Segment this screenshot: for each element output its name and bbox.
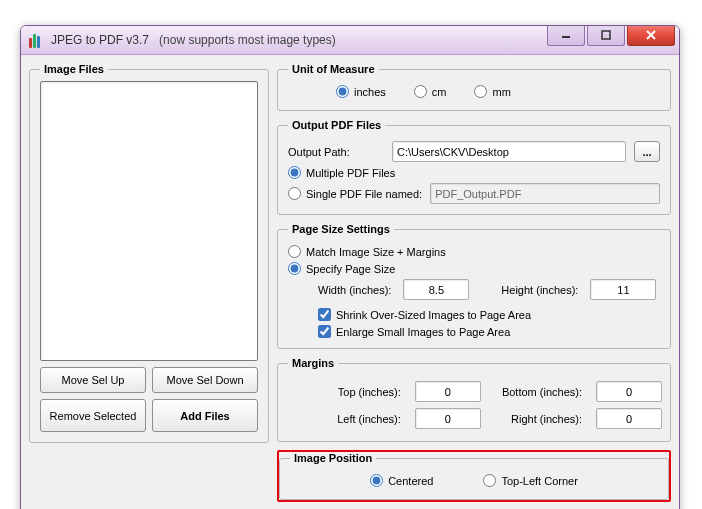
move-sel-down-button[interactable]: Move Sel Down [152, 367, 258, 393]
enlarge-checkbox[interactable] [318, 325, 331, 338]
unit-of-measure-group: Unit of Measure inches cm mm [277, 63, 671, 111]
image-position-group: Image Position Centered Top-Left Corner [279, 452, 669, 500]
shrink-label: Shrink Over-Sized Images to Page Area [336, 309, 531, 321]
image-position-legend: Image Position [290, 452, 376, 464]
output-legend: Output PDF Files [288, 119, 385, 131]
maximize-button[interactable] [587, 25, 625, 46]
margin-bottom-label: Bottom (inches): [489, 386, 582, 398]
specify-page-size-label: Specify Page Size [306, 263, 395, 275]
unit-inches-radio[interactable]: inches [336, 85, 386, 98]
output-path-label: Output Path: [288, 146, 384, 158]
margin-bottom-input[interactable] [596, 381, 662, 402]
unit-legend: Unit of Measure [288, 63, 379, 75]
single-pdf-radio[interactable]: Single PDF File named: [288, 187, 422, 200]
app-window: JPEG to PDF v3.7 (now supports most imag… [20, 25, 680, 509]
svg-rect-1 [602, 31, 610, 39]
margin-top-label: Top (inches): [324, 386, 401, 398]
height-input[interactable] [590, 279, 656, 300]
margin-right-input[interactable] [596, 408, 662, 429]
app-icon [29, 32, 45, 48]
match-image-size-label: Match Image Size + Margins [306, 246, 446, 258]
shrink-checkbox[interactable] [318, 308, 331, 321]
enlarge-label: Enlarge Small Images to Page Area [336, 326, 510, 338]
width-label: Width (inches): [318, 284, 391, 296]
move-sel-up-button[interactable]: Move Sel Up [40, 367, 146, 393]
output-path-input[interactable] [392, 141, 626, 162]
multiple-pdf-label: Multiple PDF Files [306, 167, 395, 179]
margin-left-label: Left (inches): [324, 413, 401, 425]
single-pdf-label: Single PDF File named: [306, 188, 422, 200]
top-left-radio[interactable]: Top-Left Corner [483, 474, 577, 487]
titlebar[interactable]: JPEG to PDF v3.7 (now supports most imag… [21, 26, 679, 55]
add-files-button[interactable]: Add Files [152, 399, 258, 432]
window-subtitle: (now supports most image types) [159, 33, 336, 47]
margin-right-label: Right (inches): [489, 413, 582, 425]
output-pdf-group: Output PDF Files Output Path: ... Multip… [277, 119, 671, 215]
browse-button[interactable]: ... [634, 141, 660, 162]
margins-legend: Margins [288, 357, 338, 369]
unit-mm-radio[interactable]: mm [474, 85, 510, 98]
single-pdf-name-input[interactable] [430, 183, 660, 204]
match-image-size-radio[interactable]: Match Image Size + Margins [288, 245, 446, 258]
top-left-label: Top-Left Corner [501, 475, 577, 487]
centered-label: Centered [388, 475, 433, 487]
highlight-box: Image Position Centered Top-Left Corner [277, 450, 671, 502]
image-files-list[interactable] [40, 81, 258, 361]
shrink-checkbox-row: Shrink Over-Sized Images to Page Area [288, 308, 660, 321]
margin-left-input[interactable] [415, 408, 481, 429]
close-button[interactable] [627, 25, 675, 46]
margins-group: Margins Top (inches): Bottom (inches): L… [277, 357, 671, 442]
page-size-legend: Page Size Settings [288, 223, 394, 235]
image-files-legend: Image Files [40, 63, 108, 75]
page-size-group: Page Size Settings Match Image Size + Ma… [277, 223, 671, 349]
width-input[interactable] [403, 279, 469, 300]
unit-inches-label: inches [354, 86, 386, 98]
minimize-button[interactable] [547, 25, 585, 46]
margin-top-input[interactable] [415, 381, 481, 402]
unit-cm-radio[interactable]: cm [414, 85, 447, 98]
unit-mm-label: mm [492, 86, 510, 98]
window-title: JPEG to PDF v3.7 [51, 33, 149, 47]
specify-page-size-radio[interactable]: Specify Page Size [288, 262, 395, 275]
remove-selected-button[interactable]: Remove Selected [40, 399, 146, 432]
unit-cm-label: cm [432, 86, 447, 98]
image-files-group: Image Files Move Sel Up Move Sel Down Re… [29, 63, 269, 443]
multiple-pdf-radio[interactable]: Multiple PDF Files [288, 166, 395, 179]
enlarge-checkbox-row: Enlarge Small Images to Page Area [288, 325, 660, 338]
height-label: Height (inches): [501, 284, 578, 296]
centered-radio[interactable]: Centered [370, 474, 433, 487]
